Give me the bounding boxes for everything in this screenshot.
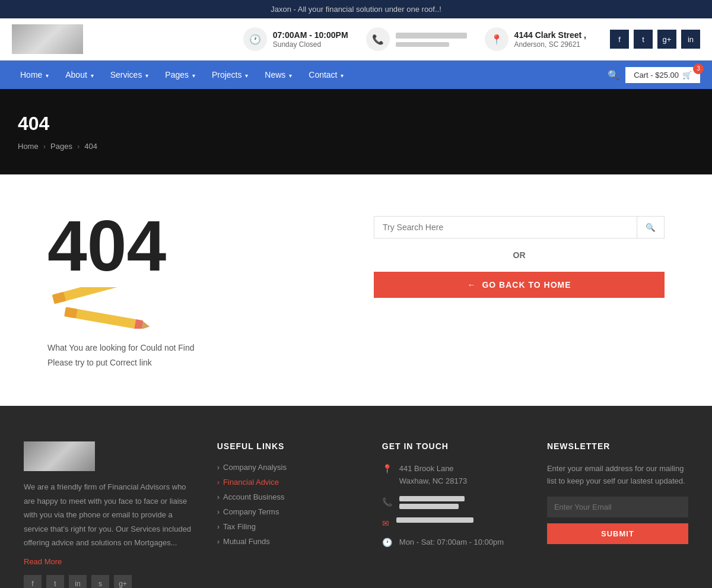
footer-about: We are a friendly firm of Financial Advi… <box>24 441 193 588</box>
or-divider: OR <box>374 250 665 260</box>
nav-item-projects[interactable]: Projects ▾ <box>204 61 256 89</box>
page-title: 404 <box>18 113 694 135</box>
clock-footer-icon: 🕐 <box>382 538 392 547</box>
footer-link-item[interactable]: › Mutual Funds <box>217 537 358 546</box>
contact-city-state: Waxhaw, NC 28173 <box>399 476 467 485</box>
site-logo[interactable] <box>12 24 83 54</box>
footer-link-item[interactable]: › Financial Advice <box>217 478 358 487</box>
cart-label: Cart - $25.00 <box>634 71 679 80</box>
pencil-svg <box>47 287 178 329</box>
breadcrumb: Home › Pages › 404 <box>18 142 694 151</box>
footer-twitter-icon[interactable]: t <box>46 575 64 588</box>
error-section: 404 What You are l <box>0 174 712 406</box>
newsletter-email-input[interactable] <box>547 497 688 517</box>
newsletter-heading: NEWSLETTER <box>547 441 688 451</box>
search-box: 🔍 <box>374 216 665 239</box>
footer-contact-section: GET IN TOUCH 📍 441 Brook Lane Waxhaw, NC… <box>382 441 523 588</box>
error-right: 🔍 OR ← GO BACK TO HOME <box>374 210 665 298</box>
contact-address-line1: 441 Brook Lane <box>399 464 454 473</box>
facebook-icon[interactable]: f <box>610 30 629 49</box>
header-info: 🕐 07:00AM - 10:00PM Sunday Closed 📞 📍 41… <box>243 27 586 51</box>
useful-links-heading: USEFUL LINKS <box>217 441 358 451</box>
site-footer: We are a friendly firm of Financial Advi… <box>0 406 712 588</box>
cart-button[interactable]: Cart - $25.00 🛒 3 <box>625 67 700 83</box>
error-number: 404 <box>47 210 338 281</box>
social-icons: f t g+ in <box>610 30 700 49</box>
footer-grid: We are a friendly firm of Financial Advi… <box>24 441 688 588</box>
nav-items: Home ▾ About ▾ Services ▾ Pages ▾ Projec… <box>12 61 602 89</box>
go-home-label: GO BACK TO HOME <box>482 280 571 290</box>
map-pin-icon: 📍 <box>382 464 392 473</box>
nav-search-icon[interactable]: 🔍 <box>608 69 619 81</box>
phone-info: 📞 <box>366 27 467 51</box>
contact-hours: 🕐 Mon - Sat: 07:00am - 10:00pm <box>382 536 523 549</box>
search-input[interactable] <box>374 217 637 238</box>
newsletter-text: Enter your email address for our mailing… <box>547 463 688 488</box>
breadcrumb-pages[interactable]: Pages <box>50 142 72 151</box>
contact-phone: 📞 <box>382 496 523 509</box>
error-left: 404 What You are l <box>47 210 338 370</box>
googleplus-icon[interactable]: g+ <box>657 30 676 49</box>
footer-googleplus-icon[interactable]: g+ <box>114 575 132 588</box>
email-icon: ✉ <box>382 519 389 528</box>
read-more-link[interactable]: Read More <box>24 557 62 566</box>
get-in-touch-heading: GET IN TOUCH <box>382 441 523 451</box>
nav-item-pages[interactable]: Pages ▾ <box>157 61 204 89</box>
footer-logo <box>24 441 95 471</box>
footer-link-item[interactable]: › Tax Filing <box>217 522 358 531</box>
search-button[interactable]: 🔍 <box>637 217 664 238</box>
hours-info: 🕐 07:00AM - 10:00PM Sunday Closed <box>243 27 348 51</box>
phone-icon: 📞 <box>366 27 390 51</box>
separator-1: › <box>43 142 46 151</box>
error-line1: What You are looking for Could not Find <box>47 341 338 355</box>
nav-item-about[interactable]: About ▾ <box>57 61 101 89</box>
top-bar-text: Jaxon - All your financial solution unde… <box>271 5 441 14</box>
separator-2: › <box>77 142 80 151</box>
clock-icon: 🕐 <box>243 27 267 51</box>
contact-hours-text: Mon - Sat: 07:00am - 10:00pm <box>399 536 504 549</box>
nav-item-services[interactable]: Services ▾ <box>102 61 157 89</box>
go-home-arrow: ← <box>467 280 476 290</box>
address-info: 📍 4144 Clark Street , Anderson, SC 29621 <box>485 27 586 51</box>
error-line2: Please try to put Correct link <box>47 355 338 370</box>
main-nav: Home ▾ About ▾ Services ▾ Pages ▾ Projec… <box>0 61 712 89</box>
svg-rect-5 <box>64 307 77 318</box>
footer-social: f t in s g+ <box>24 575 193 588</box>
site-header: 🕐 07:00AM - 10:00PM Sunday Closed 📞 📍 41… <box>0 18 712 61</box>
footer-linkedin-icon[interactable]: in <box>69 575 87 588</box>
phone-footer-icon: 📞 <box>382 497 392 507</box>
nav-item-home[interactable]: Home ▾ <box>12 61 57 89</box>
footer-link-item[interactable]: › Account Business <box>217 492 358 501</box>
phone-sub <box>396 40 449 49</box>
linkedin-icon[interactable]: in <box>681 30 700 49</box>
twitter-icon[interactable]: t <box>634 30 653 49</box>
breadcrumb-current: 404 <box>84 142 97 151</box>
address-sub: Anderson, SC 29621 <box>514 40 580 49</box>
contact-address: 📍 441 Brook Lane Waxhaw, NC 28173 <box>382 463 523 488</box>
footer-links-list: › Company Analysis › Financial Advice › … <box>217 463 358 546</box>
footer-newsletter-section: NEWSLETTER Enter your email address for … <box>547 441 688 588</box>
pencil-illustration <box>47 287 178 329</box>
nav-item-news[interactable]: News ▾ <box>256 61 300 89</box>
footer-about-text: We are a friendly firm of Financial Advi… <box>24 480 193 549</box>
error-message: What You are looking for Could not Find … <box>47 341 338 370</box>
address-label: 4144 Clark Street , <box>514 30 586 40</box>
newsletter-submit-button[interactable]: SUBMIT <box>547 523 688 544</box>
footer-skype-icon[interactable]: s <box>91 575 109 588</box>
breadcrumb-home[interactable]: Home <box>18 142 39 151</box>
go-home-button[interactable]: ← GO BACK TO HOME <box>374 272 665 298</box>
location-icon: 📍 <box>485 27 508 51</box>
footer-facebook-icon[interactable]: f <box>24 575 42 588</box>
phone-label <box>396 30 467 40</box>
footer-link-item[interactable]: › Company Terms <box>217 507 358 516</box>
top-bar: Jaxon - All your financial solution unde… <box>0 0 712 18</box>
footer-links-section: USEFUL LINKS › Company Analysis › Financ… <box>217 441 358 588</box>
contact-email: ✉ <box>382 517 523 528</box>
page-hero: 404 Home › Pages › 404 <box>0 89 712 174</box>
footer-link-item[interactable]: › Company Analysis <box>217 463 358 472</box>
cart-badge: 3 <box>693 63 704 74</box>
hours-label: 07:00AM - 10:00PM <box>273 30 348 40</box>
hours-sub: Sunday Closed <box>273 40 321 49</box>
nav-item-contact[interactable]: Contact ▾ <box>300 61 352 89</box>
svg-rect-1 <box>52 292 66 304</box>
